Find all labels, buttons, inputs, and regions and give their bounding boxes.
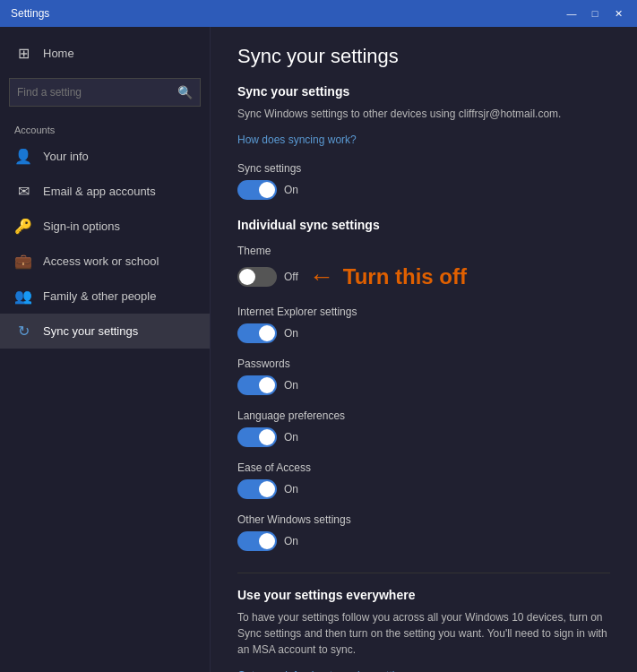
sidebar-item-email[interactable]: ✉ Email & app accounts [0, 174, 210, 209]
language-group: Language preferences On [237, 409, 610, 447]
sync-settings-toggle[interactable] [237, 180, 277, 200]
passwords-label: Passwords [237, 358, 610, 370]
use-everywhere-description: To have your settings follow you across … [237, 609, 610, 658]
theme-state: Off [284, 271, 298, 283]
arrow-icon: ← [309, 263, 334, 291]
ie-toggle-row: On [237, 323, 610, 343]
email-icon: ✉ [14, 183, 32, 200]
ease-label: Ease of Access [237, 461, 610, 474]
sidebar-item-family[interactable]: 👥 Family & other people [0, 279, 210, 314]
search-input[interactable] [17, 86, 177, 99]
your-info-label: Your info [43, 150, 89, 163]
email-label: Email & app accounts [43, 185, 156, 198]
accounts-section-label: Accounts [0, 114, 210, 139]
sidebar-home-label: Home [43, 47, 74, 60]
language-label: Language preferences [237, 409, 610, 422]
how-syncing-link[interactable]: How does syncing work? [237, 134, 357, 146]
sync-settings-label: Sync settings [237, 162, 610, 175]
sidebar-item-sync[interactable]: ↻ Sync your settings [0, 314, 210, 349]
annotation-text: Turn this off [343, 264, 467, 289]
sidebar: ⊞ Home 🔍 Accounts 👤 Your info ✉ Email & … [0, 27, 211, 672]
sync-section-title: Sync your settings [237, 84, 610, 99]
language-toggle-row: On [237, 427, 610, 447]
sync-label: Sync your settings [43, 324, 138, 338]
ie-toggle[interactable] [237, 323, 277, 343]
theme-toggle-row: Off ← Turn this off [237, 263, 610, 291]
individual-section: Individual sync settings [237, 218, 610, 232]
home-icon: ⊞ [14, 45, 32, 62]
close-button[interactable]: ✕ [610, 5, 626, 22]
main-content: Sync your settings Sync your settings Sy… [211, 27, 637, 672]
other-windows-group: Other Windows settings On [237, 513, 610, 551]
minimize-button[interactable]: — [564, 5, 580, 22]
ie-label: Internet Explorer settings [237, 306, 610, 318]
sidebar-item-signin[interactable]: 🔑 Sign-in options [0, 209, 210, 244]
ease-group: Ease of Access On [237, 461, 610, 499]
sidebar-item-work-school[interactable]: 💼 Access work or school [0, 244, 210, 279]
ease-toggle-row: On [237, 479, 610, 499]
app-body: ⊞ Home 🔍 Accounts 👤 Your info ✉ Email & … [0, 27, 637, 672]
briefcase-icon: 💼 [14, 253, 32, 270]
ie-group: Internet Explorer settings On [237, 306, 610, 343]
other-windows-toggle[interactable] [237, 531, 277, 551]
passwords-group: Passwords On [237, 358, 610, 395]
language-toggle[interactable] [237, 427, 277, 447]
ie-state: On [284, 327, 298, 340]
family-icon: 👥 [14, 288, 32, 305]
other-windows-label: Other Windows settings [237, 513, 610, 526]
search-icon: 🔍 [177, 85, 193, 99]
signin-label: Sign-in options [43, 220, 120, 233]
sync-icon: ↻ [14, 323, 32, 340]
page-title: Sync your settings [237, 45, 610, 68]
theme-label: Theme [237, 245, 610, 257]
family-label: Family & other people [43, 289, 156, 303]
search-box[interactable]: 🔍 [9, 78, 201, 107]
app-title: Settings [11, 7, 49, 20]
use-everywhere-section: Use your settings everywhere To have you… [237, 573, 610, 672]
window-controls: — □ ✕ [564, 5, 626, 22]
sync-settings-group: Sync settings On [237, 162, 610, 200]
maximize-button[interactable]: □ [587, 5, 603, 22]
other-windows-toggle-row: On [237, 531, 610, 551]
user-icon: 👤 [14, 148, 32, 165]
passwords-toggle[interactable] [237, 375, 277, 395]
work-school-label: Access work or school [43, 254, 159, 268]
sidebar-item-home[interactable]: ⊞ Home [0, 36, 210, 71]
turn-off-annotation: ← Turn this off [309, 263, 467, 291]
sync-description: Sync Windows settings to other devices u… [237, 106, 610, 122]
language-state: On [284, 431, 298, 444]
ease-state: On [284, 483, 298, 495]
sync-settings-toggle-row: On [237, 180, 610, 200]
passwords-toggle-row: On [237, 375, 610, 395]
individual-section-title: Individual sync settings [237, 218, 610, 232]
theme-group: Theme Off ← Turn this off [237, 245, 610, 291]
passwords-state: On [284, 379, 298, 392]
use-everywhere-title: Use your settings everywhere [237, 588, 610, 602]
other-windows-state: On [284, 535, 298, 547]
sync-settings-state: On [284, 184, 298, 196]
theme-toggle[interactable] [237, 267, 277, 287]
sidebar-item-your-info[interactable]: 👤 Your info [0, 139, 210, 174]
titlebar: Settings — □ ✕ [0, 0, 637, 27]
ease-toggle[interactable] [237, 479, 277, 499]
key-icon: 🔑 [14, 218, 32, 235]
